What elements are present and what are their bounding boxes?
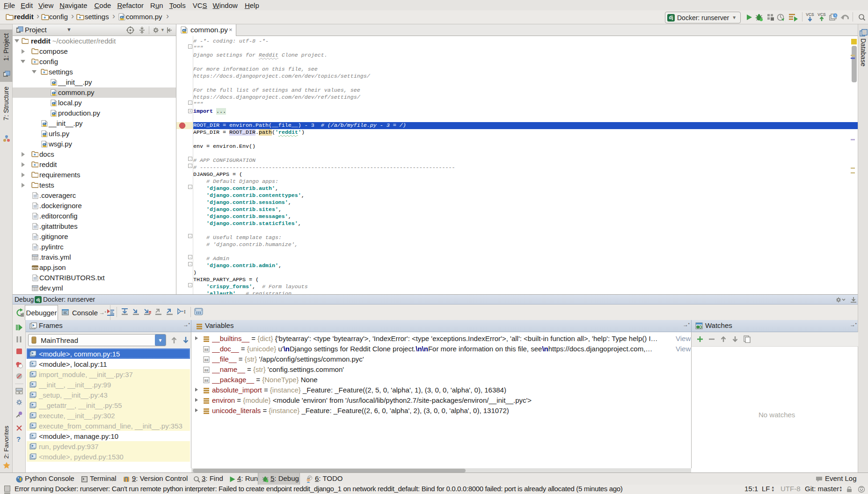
svg-text:VCS: VCS: [806, 12, 814, 17]
svg-text:I: I: [184, 309, 186, 314]
svg-text:VCS: VCS: [817, 12, 826, 17]
